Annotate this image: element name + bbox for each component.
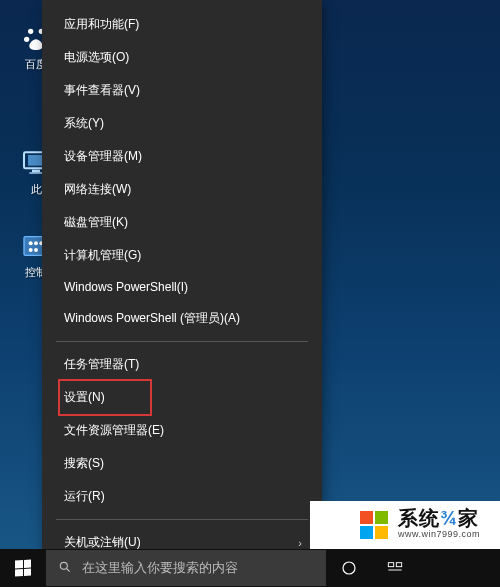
task-view-icon xyxy=(385,560,405,576)
menu-item-label: 应用和功能(F) xyxy=(64,16,302,33)
menu-item[interactable]: Windows PowerShell(I) xyxy=(42,272,322,302)
menu-item[interactable]: 应用和功能(F) xyxy=(42,8,322,41)
menu-item[interactable]: 网络连接(W) xyxy=(42,173,322,206)
svg-rect-3 xyxy=(29,172,42,173)
menu-item[interactable]: 运行(R) xyxy=(42,480,322,513)
search-icon xyxy=(58,560,72,577)
taskbar: 在这里输入你要搜索的内容 xyxy=(0,549,500,587)
menu-item-label: 设备管理器(M) xyxy=(64,148,302,165)
menu-item[interactable]: 任务管理器(T) xyxy=(42,348,322,381)
start-button[interactable] xyxy=(0,549,46,587)
menu-separator xyxy=(56,341,308,342)
svg-point-6 xyxy=(34,241,38,245)
menu-item[interactable]: 电源选项(O) xyxy=(42,41,322,74)
svg-point-9 xyxy=(34,248,38,252)
menu-item-label: 系统(Y) xyxy=(64,115,302,132)
windows-logo-icon xyxy=(15,560,31,577)
menu-item-label: 事件查看器(V) xyxy=(64,82,302,99)
task-view-button[interactable] xyxy=(372,549,418,587)
menu-item[interactable]: 系统(Y) xyxy=(42,107,322,140)
svg-point-5 xyxy=(29,241,33,245)
svg-rect-2 xyxy=(32,170,40,173)
svg-point-10 xyxy=(60,562,67,569)
menu-separator xyxy=(56,519,308,520)
svg-point-12 xyxy=(343,562,355,574)
watermark-main-suffix: 家 xyxy=(458,507,479,529)
menu-item-label: 文件资源管理器(E) xyxy=(64,422,302,439)
menu-item[interactable]: 设置(N) xyxy=(42,381,322,414)
svg-rect-13 xyxy=(388,563,393,567)
menu-item[interactable]: 事件查看器(V) xyxy=(42,74,322,107)
menu-item-label: 计算机管理(G) xyxy=(64,247,302,264)
menu-item-label: Windows PowerShell (管理员)(A) xyxy=(64,310,302,327)
watermark-main-prefix: 系统 xyxy=(398,507,440,529)
menu-item[interactable]: 搜索(S) xyxy=(42,447,322,480)
watermark: 系统¾家 www.win7999.com xyxy=(350,502,490,545)
microsoft-logo-icon xyxy=(360,511,388,539)
menu-item-label: 网络连接(W) xyxy=(64,181,302,198)
watermark-text: 系统¾家 www.win7999.com xyxy=(398,508,480,539)
search-placeholder: 在这里输入你要搜索的内容 xyxy=(82,559,238,577)
watermark-sub: www.win7999.com xyxy=(398,530,480,539)
menu-item[interactable]: 磁盘管理(K) xyxy=(42,206,322,239)
menu-item[interactable]: 计算机管理(G) xyxy=(42,239,322,272)
menu-item-label: 设置(N) xyxy=(64,389,302,406)
desktop: 百度 此 控制 应用和功能(F)电源选项(O)事件查看器(V)系统(Y)设备管理… xyxy=(0,0,500,587)
menu-item[interactable]: 设备管理器(M) xyxy=(42,140,322,173)
svg-line-11 xyxy=(67,568,70,571)
menu-item-label: 运行(R) xyxy=(64,488,302,505)
cortana-button[interactable] xyxy=(326,549,372,587)
menu-item-label: Windows PowerShell(I) xyxy=(64,280,302,294)
menu-item-label: 任务管理器(T) xyxy=(64,356,302,373)
menu-item[interactable]: Windows PowerShell (管理员)(A) xyxy=(42,302,322,335)
chevron-right-icon: › xyxy=(298,537,302,549)
menu-item[interactable]: 文件资源管理器(E) xyxy=(42,414,322,447)
svg-rect-14 xyxy=(396,563,401,567)
menu-item-label: 电源选项(O) xyxy=(64,49,302,66)
menu-item-label: 磁盘管理(K) xyxy=(64,214,302,231)
cortana-icon xyxy=(340,559,358,577)
menu-item-label: 搜索(S) xyxy=(64,455,302,472)
svg-point-8 xyxy=(29,248,33,252)
taskbar-search[interactable]: 在这里输入你要搜索的内容 xyxy=(46,550,326,586)
winx-context-menu: 应用和功能(F)电源选项(O)事件查看器(V)系统(Y)设备管理器(M)网络连接… xyxy=(42,0,322,587)
